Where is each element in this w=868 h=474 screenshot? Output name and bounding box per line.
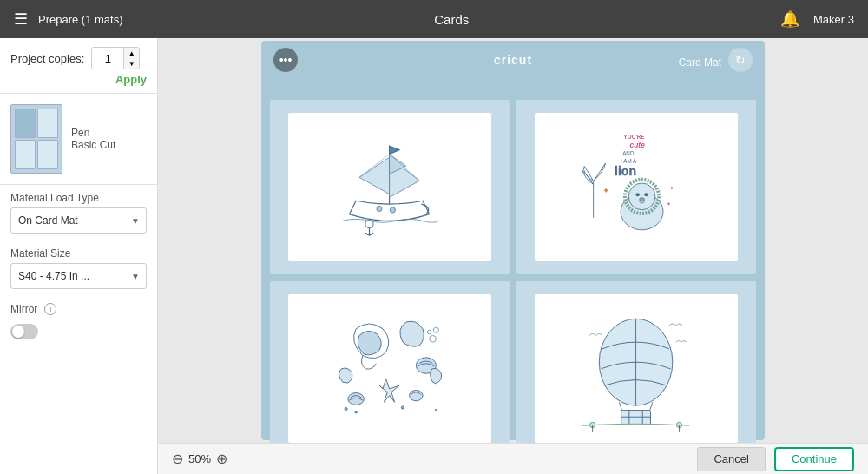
sidebar: Project copies: ▲ ▼ Apply Pen Basic Cut …	[0, 38, 158, 474]
svg-point-23	[348, 392, 364, 405]
material-load-select[interactable]: On Card Mat	[10, 207, 147, 234]
mat-thumb-cell-4	[37, 140, 58, 169]
balloon-illustration	[544, 302, 727, 436]
card-inner-4	[535, 294, 739, 443]
continue-button[interactable]: Continue	[774, 447, 854, 471]
header-left: ☰ Prepare (1 mats)	[14, 10, 123, 29]
main-canvas: ••• cricut ↻ Card Mat	[158, 38, 868, 443]
card-inner-3	[288, 294, 492, 443]
svg-point-18	[640, 197, 645, 201]
mirror-row: Mirror i	[0, 296, 157, 322]
svg-point-28	[345, 407, 347, 410]
mat-refresh-button[interactable]: ↻	[728, 48, 753, 72]
svg-point-30	[402, 406, 404, 409]
menu-icon[interactable]: ☰	[14, 10, 28, 29]
mat-canvas: ••• cricut ↻ Card Mat	[261, 41, 765, 440]
svg-point-17	[645, 193, 648, 196]
copies-input-wrap: ▲ ▼	[91, 47, 140, 69]
svg-point-29	[355, 411, 357, 412]
mat-thumb-cell-3	[15, 140, 36, 169]
mirror-toggle[interactable]	[10, 324, 38, 339]
mat-menu-button[interactable]: •••	[273, 48, 298, 72]
lion-illustration: YOU'RE cute AND I AM A lion	[544, 121, 727, 254]
svg-text:✦: ✦	[669, 185, 674, 191]
cards-grid: YOU'RE cute AND I AM A lion	[270, 100, 756, 443]
copies-label: Project copies:	[10, 52, 84, 65]
header: ☰ Prepare (1 mats) Cards 🔔 Maker 3	[0, 0, 868, 38]
mat-type-label: Card Mat	[679, 56, 721, 69]
card-inner-1	[288, 113, 492, 261]
svg-point-25	[430, 335, 437, 342]
card-cell-3	[270, 281, 510, 443]
machine-label: Maker 3	[813, 13, 854, 26]
notification-icon[interactable]: 🔔	[780, 10, 799, 29]
svg-text:YOU'RE: YOU'RE	[624, 134, 645, 140]
svg-point-27	[434, 327, 439, 332]
svg-point-6	[391, 207, 396, 213]
svg-point-16	[636, 193, 640, 196]
svg-text:✦: ✦	[667, 201, 671, 206]
material-load-select-wrap: On Card Mat ▼	[10, 207, 147, 234]
shells-illustration	[298, 302, 481, 436]
material-size-select[interactable]: S40 - 4.75 In ...	[10, 263, 147, 289]
mat-thumbnail	[10, 104, 62, 174]
svg-point-5	[377, 206, 382, 211]
svg-text:lion: lion	[615, 164, 637, 178]
card-cell-2: YOU'RE cute AND I AM A lion	[516, 100, 756, 274]
copies-up-arrow[interactable]: ▲	[123, 48, 139, 58]
cricut-logo: cricut	[494, 53, 532, 67]
svg-point-31	[436, 409, 437, 411]
zoom-out-button[interactable]: ⊖	[172, 451, 183, 467]
mirror-label: Mirror	[10, 303, 37, 315]
zoom-in-button[interactable]: ⊕	[216, 451, 227, 467]
header-title: Prepare (1 mats)	[38, 13, 123, 26]
material-size-label: Material Size	[0, 240, 157, 263]
action-buttons: Cancel Continue	[697, 447, 854, 471]
mat-section: Pen Basic Cut	[0, 94, 157, 184]
header-center-title: Cards	[434, 12, 469, 27]
mat-info: Pen Basic Cut	[71, 127, 115, 151]
ship-illustration	[298, 121, 481, 254]
zoom-value: 50%	[188, 452, 211, 465]
svg-point-26	[428, 330, 432, 334]
mat-thumb-cell-2	[37, 109, 58, 138]
svg-text:✦: ✦	[603, 185, 610, 194]
mirror-toggle-knob	[12, 326, 24, 338]
mat-cut-label: Basic Cut	[71, 139, 115, 151]
material-load-label: Material Load Type	[0, 185, 157, 207]
svg-rect-37	[621, 410, 651, 425]
mat-pen-label: Pen	[71, 127, 115, 139]
copies-input[interactable]	[92, 48, 123, 69]
mirror-toggle-wrap	[0, 324, 157, 339]
svg-point-14	[629, 183, 656, 210]
svg-text:cute: cute	[630, 140, 646, 148]
copies-row: Project copies: ▲ ▼	[0, 38, 157, 69]
card-cell-1	[270, 100, 510, 274]
card-cell-4	[516, 281, 756, 443]
zoom-controls: ⊖ 50% ⊕	[172, 451, 227, 467]
copies-down-arrow[interactable]: ▼	[123, 58, 139, 69]
card-inner-2: YOU'RE cute AND I AM A lion	[535, 113, 739, 261]
header-right: 🔔 Maker 3	[780, 10, 854, 29]
mirror-info-icon[interactable]: i	[44, 303, 56, 315]
mat-header: ••• cricut ↻ Card Mat	[261, 48, 765, 72]
svg-text:AND: AND	[623, 149, 635, 155]
svg-text:I AM A: I AM A	[621, 158, 638, 164]
mat-thumb-cell-1	[15, 109, 36, 138]
cancel-button[interactable]: Cancel	[697, 447, 765, 471]
apply-button[interactable]: Apply	[115, 73, 147, 86]
copies-arrows: ▲ ▼	[123, 48, 139, 69]
material-size-select-wrap: S40 - 4.75 In ... ▼	[10, 263, 147, 289]
bottom-bar: ⊖ 50% ⊕ Cancel Continue	[158, 443, 868, 474]
